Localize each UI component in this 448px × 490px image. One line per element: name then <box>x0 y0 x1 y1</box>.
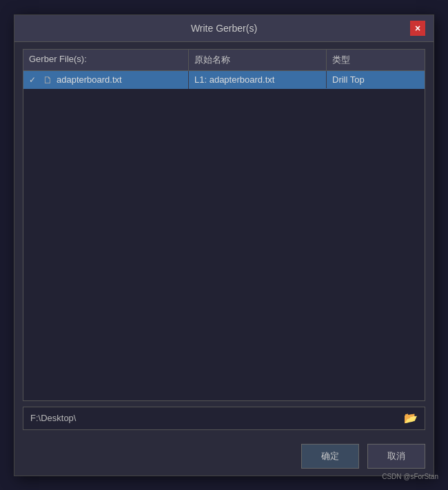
cancel-button[interactable]: 取消 <box>367 444 425 469</box>
watermark: CSDN @sForStan <box>382 473 438 480</box>
footer-path-bar: F:\Desktop\ 📂 <box>23 407 425 430</box>
folder-browse-icon[interactable]: 📂 <box>404 411 418 425</box>
confirm-button[interactable]: 确定 <box>301 444 359 469</box>
content-area: Gerber File(s): 原始名称 类型 ✓ 🗋 adapterboard… <box>14 42 434 437</box>
table-body: ✓ 🗋 adapterboard.txt L1: adapterboard.tx… <box>23 71 425 400</box>
table-row[interactable]: ✓ 🗋 adapterboard.txt L1: adapterboard.tx… <box>23 71 425 89</box>
original-name-cell: L1: adapterboard.txt <box>189 71 327 88</box>
check-mark-icon: ✓ <box>29 75 39 85</box>
file-name: adapterboard.txt <box>57 74 122 85</box>
write-gerbers-dialog: Write Gerber(s) × Gerber File(s): 原始名称 类… <box>14 14 434 476</box>
dialog-title: Write Gerber(s) <box>38 23 410 34</box>
table-header: Gerber File(s): 原始名称 类型 <box>23 50 425 71</box>
file-cell: ✓ 🗋 adapterboard.txt <box>23 71 189 89</box>
bottom-buttons: 确定 取消 <box>14 437 434 476</box>
header-gerber-files: Gerber File(s): <box>23 50 189 70</box>
close-button[interactable]: × <box>410 21 425 36</box>
title-bar: Write Gerber(s) × <box>14 15 434 42</box>
file-icon: 🗋 <box>43 74 52 85</box>
header-type: 类型 <box>327 50 425 70</box>
path-text: F:\Desktop\ <box>30 413 76 423</box>
file-table: Gerber File(s): 原始名称 类型 ✓ 🗋 adapterboard… <box>23 49 425 401</box>
header-original-name: 原始名称 <box>189 50 327 70</box>
type-cell: Drill Top <box>327 71 425 88</box>
